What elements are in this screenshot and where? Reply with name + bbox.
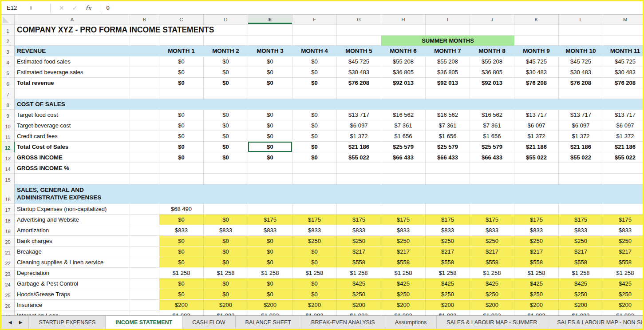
- cell-E18[interactable]: $175: [248, 215, 292, 225]
- cell-G5[interactable]: $30 483: [337, 67, 381, 78]
- cell-F12[interactable]: $0: [292, 142, 337, 152]
- cell-B8[interactable]: [130, 99, 159, 110]
- sheet-tab-cash-flow[interactable]: CASH FLOW: [182, 316, 235, 329]
- row-header-11[interactable]: 11: [1, 131, 15, 142]
- cell-A22[interactable]: Cleaning supplies & Linen service: [15, 257, 130, 268]
- cell-G3[interactable]: MONTH 5: [337, 46, 381, 56]
- cell-K19[interactable]: $833: [514, 225, 559, 236]
- cell-C2[interactable]: [159, 36, 204, 46]
- cell-C13[interactable]: $0: [159, 152, 204, 163]
- cell-E22[interactable]: $0: [248, 257, 292, 268]
- cell-K9[interactable]: $13 717: [514, 110, 559, 120]
- cell-A24[interactable]: Garbage & Pest Control: [15, 278, 130, 289]
- cell-M1[interactable]: [603, 24, 643, 36]
- row-header-14[interactable]: 14: [1, 163, 15, 174]
- cell-F1[interactable]: [292, 24, 337, 36]
- row-header-3[interactable]: 3: [1, 46, 15, 56]
- cell-E4[interactable]: $0: [248, 56, 292, 67]
- cell-E11[interactable]: $0: [248, 131, 292, 142]
- cell-E27[interactable]: $1 083: [248, 310, 292, 315]
- cell-K26[interactable]: $200: [514, 300, 559, 310]
- cell-L18[interactable]: $175: [559, 215, 603, 225]
- cell-I8[interactable]: [426, 99, 470, 110]
- cell-C7[interactable]: [159, 88, 204, 99]
- cell-B13[interactable]: [130, 152, 159, 163]
- cell-A10[interactable]: Target beverage cost: [15, 120, 130, 131]
- cell-H7[interactable]: [381, 88, 426, 99]
- cell-G18[interactable]: $175: [337, 215, 381, 225]
- cell-F3[interactable]: MONTH 4: [292, 46, 337, 56]
- cell-E20[interactable]: $0: [248, 236, 292, 247]
- row-header-26[interactable]: 26: [1, 300, 15, 310]
- cell-L26[interactable]: $200: [559, 300, 603, 310]
- cell-L15[interactable]: [559, 174, 603, 184]
- cell-M3[interactable]: MONTH 11: [603, 46, 643, 56]
- cell-B10[interactable]: [130, 120, 159, 131]
- cell-J16[interactable]: [470, 184, 514, 204]
- cell-I26[interactable]: $200: [426, 300, 470, 310]
- cell-M14[interactable]: [603, 163, 643, 174]
- cell-D15[interactable]: [204, 174, 248, 184]
- cell-C19[interactable]: $833: [159, 225, 204, 236]
- column-header-C[interactable]: C: [159, 15, 204, 24]
- cell-M16[interactable]: [603, 184, 643, 204]
- cell-M17[interactable]: [603, 204, 643, 215]
- cell-L25[interactable]: $250: [559, 289, 603, 300]
- cell-J21[interactable]: $217: [470, 247, 514, 257]
- cell-G21[interactable]: $217: [337, 247, 381, 257]
- cell-F20[interactable]: $250: [292, 236, 337, 247]
- cell-F22[interactable]: $0: [292, 257, 337, 268]
- cell-L7[interactable]: [559, 88, 603, 99]
- cell-M22[interactable]: $558: [603, 257, 643, 268]
- cell-J17[interactable]: [470, 204, 514, 215]
- cell-C18[interactable]: $0: [159, 215, 204, 225]
- cell-L14[interactable]: [559, 163, 603, 174]
- cell-A25[interactable]: Hoods/Grease Traps: [15, 289, 130, 300]
- cell-I5[interactable]: $36 805: [426, 67, 470, 78]
- cell-K14[interactable]: [514, 163, 559, 174]
- cell-H20[interactable]: $250: [381, 236, 426, 247]
- cell-G20[interactable]: $250: [337, 236, 381, 247]
- row-header-9[interactable]: 9: [1, 110, 15, 120]
- cell-A20[interactable]: Bank charges: [15, 236, 130, 247]
- cell-F9[interactable]: $0: [292, 110, 337, 120]
- cell-C23[interactable]: $1 258: [159, 268, 204, 278]
- cell-C11[interactable]: $0: [159, 131, 204, 142]
- cell-J3[interactable]: MONTH 8: [470, 46, 514, 56]
- cell-J9[interactable]: $16 562: [470, 110, 514, 120]
- cell-B6[interactable]: [130, 78, 159, 88]
- cell-J10[interactable]: $7 361: [470, 120, 514, 131]
- cell-D10[interactable]: $0: [204, 120, 248, 131]
- cell-G17[interactable]: [337, 204, 381, 215]
- cell-B17[interactable]: [130, 204, 159, 215]
- column-header-H[interactable]: H: [381, 15, 426, 24]
- cell-H3[interactable]: MONTH 6: [381, 46, 426, 56]
- row-header-1[interactable]: 1: [1, 24, 15, 36]
- cell-C4[interactable]: $0: [159, 56, 204, 67]
- row-header-27[interactable]: 27: [1, 310, 15, 315]
- cell-M5[interactable]: $30 483: [603, 67, 643, 78]
- column-header-F[interactable]: F: [292, 15, 337, 24]
- cell-C10[interactable]: $0: [159, 120, 204, 131]
- cell-L23[interactable]: $1 258: [559, 268, 603, 278]
- cell-F19[interactable]: $833: [292, 225, 337, 236]
- cell-C3[interactable]: MONTH 1: [159, 46, 204, 56]
- cell-M19[interactable]: $833: [603, 225, 643, 236]
- cell-D12[interactable]: $0: [204, 142, 248, 152]
- cell-B2[interactable]: [130, 36, 159, 46]
- column-header-B[interactable]: B: [130, 15, 159, 24]
- cell-G6[interactable]: $76 208: [337, 78, 381, 88]
- cell-M20[interactable]: $250: [603, 236, 643, 247]
- cell-E16[interactable]: [248, 184, 292, 204]
- confirm-icon[interactable]: ✓: [72, 4, 78, 12]
- sheet-tab-startup-expenses[interactable]: STARTUP EXPENSES: [28, 316, 106, 329]
- cell-C16[interactable]: [159, 184, 204, 204]
- cell-L20[interactable]: $250: [559, 236, 603, 247]
- cell-D24[interactable]: $0: [204, 278, 248, 289]
- cell-L4[interactable]: $45 725: [559, 56, 603, 67]
- cell-J8[interactable]: [470, 99, 514, 110]
- cell-B21[interactable]: [130, 247, 159, 257]
- cell-C12[interactable]: $0: [159, 142, 204, 152]
- cell-K16[interactable]: [514, 184, 559, 204]
- cell-K18[interactable]: $175: [514, 215, 559, 225]
